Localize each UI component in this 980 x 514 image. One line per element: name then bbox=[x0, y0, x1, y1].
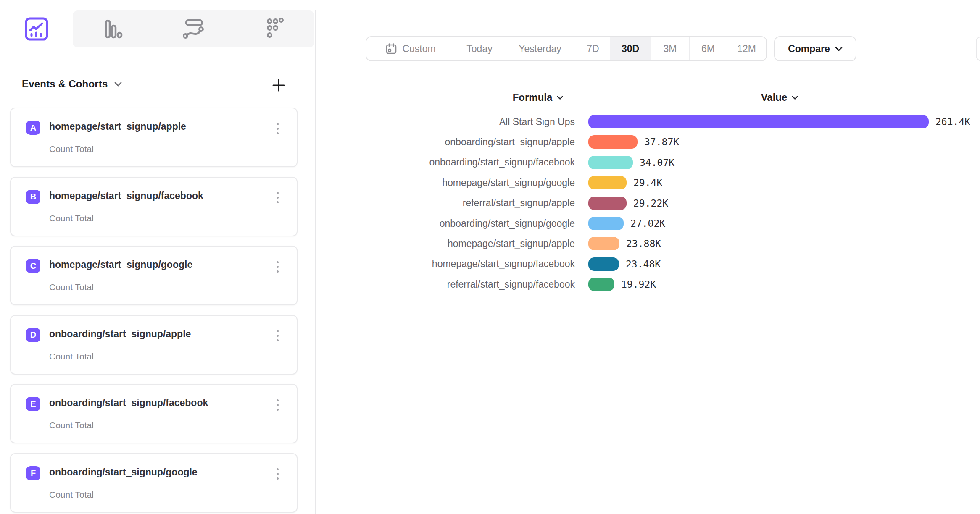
kebab-menu-icon[interactable] bbox=[270, 189, 285, 206]
bar-label: homepage/start_signup/facebook bbox=[315, 258, 575, 270]
event-card-F[interactable]: Fonboarding/start_signup/googleCount Tot… bbox=[10, 453, 298, 513]
flow-icon bbox=[182, 19, 204, 39]
bar-row-5: onboarding/start_signup/google27.02K bbox=[315, 213, 665, 233]
tab-retention[interactable] bbox=[234, 10, 314, 47]
bar-segment[interactable] bbox=[588, 115, 929, 128]
event-card-measure: Count Total bbox=[49, 144, 94, 154]
event-letter-badge: C bbox=[26, 259, 40, 273]
kebab-menu-icon[interactable] bbox=[270, 258, 285, 275]
event-letter-badge: D bbox=[26, 328, 40, 342]
bar-label: onboarding/start_signup/apple bbox=[315, 136, 575, 148]
bar-label: referral/start_signup/apple bbox=[315, 197, 575, 209]
event-letter-badge: B bbox=[26, 190, 40, 204]
chevron-down-icon bbox=[791, 95, 798, 100]
bar-segment[interactable] bbox=[588, 197, 627, 210]
bar-segment[interactable] bbox=[588, 176, 627, 189]
date-range-3m[interactable]: 3M bbox=[651, 37, 689, 60]
date-range-7d[interactable]: 7D bbox=[576, 37, 610, 60]
bar-chart-icon bbox=[103, 19, 123, 39]
kebab-menu-icon[interactable] bbox=[270, 396, 285, 413]
date-range-today[interactable]: Today bbox=[455, 37, 504, 60]
event-card-D[interactable]: Donboarding/start_signup/appleCount Tota… bbox=[10, 315, 298, 375]
bar-segment[interactable] bbox=[588, 237, 619, 250]
event-card-E[interactable]: Eonboarding/start_signup/facebookCount T… bbox=[10, 384, 298, 443]
add-event-button[interactable] bbox=[271, 77, 287, 93]
bar-row-4: referral/start_signup/apple29.22K bbox=[315, 193, 668, 213]
bar-row-0: All Start Sign Ups261.4K bbox=[315, 112, 970, 132]
bar-label: All Start Sign Ups bbox=[315, 116, 575, 128]
date-range-30d[interactable]: 30D bbox=[610, 37, 651, 60]
formula-header-label: Formula bbox=[513, 92, 553, 103]
formula-header[interactable]: Formula bbox=[513, 92, 564, 103]
date-range-12m[interactable]: 12M bbox=[727, 37, 766, 60]
bar-segment[interactable] bbox=[588, 217, 624, 230]
event-card-A[interactable]: Ahomepage/start_signup/appleCount Total bbox=[10, 108, 298, 167]
date-range-6m[interactable]: 6M bbox=[689, 37, 727, 60]
date-range-label: Custom bbox=[402, 43, 435, 55]
event-letter-badge: A bbox=[26, 121, 40, 135]
kebab-menu-icon[interactable] bbox=[270, 466, 285, 483]
event-card-C[interactable]: Chomepage/start_signup/googleCount Total bbox=[10, 246, 298, 305]
event-card-measure: Count Total bbox=[49, 490, 94, 500]
tab-flows[interactable] bbox=[153, 10, 233, 47]
event-card-title: homepage/start_signup/facebook bbox=[49, 190, 203, 202]
bar-value: 23.48K bbox=[626, 259, 661, 270]
event-card-measure: Count Total bbox=[49, 282, 94, 292]
events-cohorts-header[interactable]: Events & Cohorts bbox=[22, 78, 122, 90]
bar-segment[interactable] bbox=[588, 257, 619, 271]
bar-value: 34.07K bbox=[640, 157, 674, 168]
date-range-control: CustomTodayYesterday7D30D3M6M12M bbox=[366, 36, 767, 61]
value-header[interactable]: Value bbox=[761, 92, 798, 103]
date-range-label: 6M bbox=[701, 43, 715, 55]
tab-bar-view[interactable] bbox=[73, 10, 153, 47]
date-range-label: 3M bbox=[664, 43, 677, 55]
event-card-title: onboarding/start_signup/apple bbox=[49, 328, 191, 340]
dots-grid-icon bbox=[264, 18, 285, 40]
compare-button[interactable]: Compare bbox=[774, 36, 856, 61]
bar-value: 27.02K bbox=[630, 218, 665, 229]
event-card-measure: Count Total bbox=[49, 351, 94, 362]
bar-value: 29.4K bbox=[633, 177, 662, 188]
kebab-menu-icon[interactable] bbox=[270, 120, 285, 137]
event-letter-badge: E bbox=[26, 397, 40, 411]
event-letter-badge: F bbox=[26, 466, 40, 480]
date-range-label: Today bbox=[466, 43, 492, 55]
chevron-down-icon bbox=[556, 95, 563, 100]
date-range-label: Yesterday bbox=[519, 43, 561, 55]
calendar-icon bbox=[385, 43, 397, 55]
kebab-menu-icon[interactable] bbox=[270, 328, 285, 344]
bar-value: 19.92K bbox=[621, 279, 656, 290]
bar-row-2: onboarding/start_signup/facebook34.07K bbox=[315, 152, 674, 173]
bar-label: homepage/start_signup/google bbox=[315, 177, 575, 189]
event-card-measure: Count Total bbox=[49, 213, 94, 223]
clipped-edge-button[interactable] bbox=[976, 36, 980, 61]
bar-segment[interactable] bbox=[588, 278, 614, 291]
bar-row-1: onboarding/start_signup/apple37.87K bbox=[315, 132, 679, 152]
chevron-down-icon bbox=[114, 81, 122, 87]
compare-label: Compare bbox=[788, 43, 830, 55]
event-card-title: homepage/start_signup/apple bbox=[49, 121, 186, 132]
chevron-down-icon bbox=[835, 46, 843, 51]
event-card-measure: Count Total bbox=[49, 420, 94, 430]
bar-row-7: homepage/start_signup/facebook23.48K bbox=[315, 254, 661, 274]
insights-page: Events & Cohorts Ahomepage/start_signup/… bbox=[0, 0, 980, 514]
bar-segment[interactable] bbox=[588, 135, 638, 149]
bar-row-3: homepage/start_signup/google29.4K bbox=[315, 173, 662, 193]
event-card-title: onboarding/start_signup/google bbox=[49, 467, 198, 478]
date-range-custom[interactable]: Custom bbox=[366, 37, 455, 60]
events-cohorts-title: Events & Cohorts bbox=[22, 78, 108, 90]
bar-segment[interactable] bbox=[588, 156, 633, 169]
bar-label: onboarding/start_signup/facebook bbox=[315, 157, 575, 168]
line-chart-icon bbox=[24, 17, 49, 41]
date-range-yesterday[interactable]: Yesterday bbox=[504, 37, 576, 60]
bar-label: onboarding/start_signup/google bbox=[315, 218, 575, 229]
bar-label: homepage/start_signup/apple bbox=[315, 238, 575, 249]
bar-row-6: homepage/start_signup/apple23.88K bbox=[315, 233, 661, 254]
event-card-title: onboarding/start_signup/facebook bbox=[49, 397, 208, 409]
event-card-B[interactable]: Bhomepage/start_signup/facebookCount Tot… bbox=[10, 177, 298, 236]
bar-row-8: referral/start_signup/facebook19.92K bbox=[315, 274, 656, 294]
date-range-label: 30D bbox=[622, 43, 639, 55]
bar-label: referral/start_signup/facebook bbox=[315, 279, 575, 290]
tab-insights[interactable] bbox=[0, 10, 73, 47]
date-range-label: 7D bbox=[587, 43, 599, 55]
